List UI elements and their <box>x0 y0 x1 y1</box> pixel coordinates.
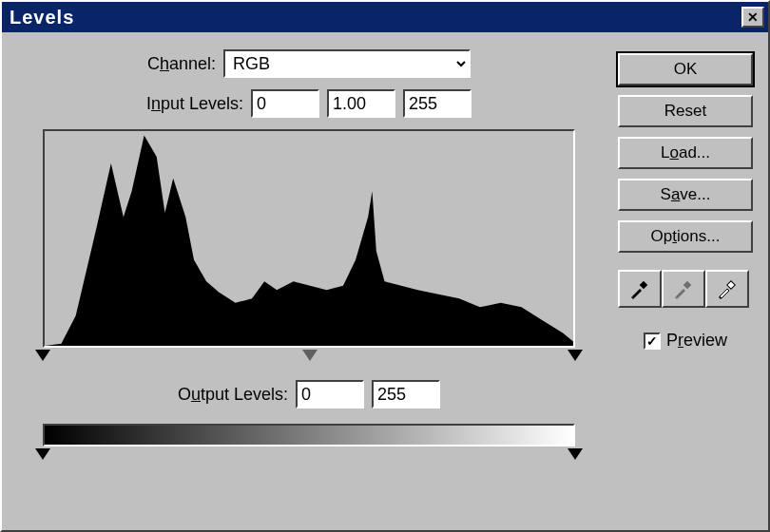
save-button[interactable]: Save... <box>618 179 753 211</box>
levels-dialog: Levels ✕ Channel: RGB Input Levels: <box>0 0 770 532</box>
close-icon: ✕ <box>747 10 759 24</box>
preview-row: ✓ Preview <box>618 331 753 351</box>
output-slider-track[interactable] <box>43 448 575 462</box>
channel-label: Channel: <box>147 54 216 74</box>
preview-checkbox[interactable]: ✓ <box>644 332 661 350</box>
histogram-svg <box>45 131 573 346</box>
input-slider-track[interactable] <box>43 350 575 363</box>
window-title: Levels <box>10 7 74 28</box>
eyedropper-icon <box>628 277 651 300</box>
left-panel: Channel: RGB Input Levels: <box>17 49 601 479</box>
output-low-slider[interactable] <box>35 448 50 460</box>
load-button[interactable]: Load... <box>618 137 753 169</box>
output-high-slider[interactable] <box>568 448 583 460</box>
close-button[interactable]: ✕ <box>741 7 764 28</box>
svg-rect-1 <box>640 281 647 289</box>
eyedropper-row <box>618 270 753 308</box>
dialog-body: Channel: RGB Input Levels: <box>2 32 768 494</box>
ok-button[interactable]: OK <box>618 53 753 86</box>
svg-rect-2 <box>683 281 691 289</box>
black-eyedropper-button[interactable] <box>618 270 662 308</box>
input-highlight-slider[interactable] <box>568 350 583 361</box>
svg-marker-0 <box>45 136 573 346</box>
channel-select[interactable]: RGB <box>223 49 471 78</box>
reset-button[interactable]: Reset <box>618 95 753 127</box>
white-eyedropper-button[interactable] <box>705 270 749 308</box>
output-gradient <box>43 424 575 446</box>
input-mid-field[interactable] <box>327 89 395 118</box>
input-shadow-slider[interactable] <box>35 350 50 361</box>
eyedropper-icon <box>716 277 739 300</box>
input-shadow-field[interactable] <box>251 89 319 118</box>
titlebar: Levels ✕ <box>2 2 768 32</box>
output-low-field[interactable] <box>296 380 364 408</box>
input-levels-label: Input Levels: <box>146 94 243 114</box>
right-panel: OK Reset Load... Save... Options... <box>618 49 753 479</box>
input-highlight-field[interactable] <box>403 89 472 118</box>
output-high-field[interactable] <box>372 380 440 408</box>
channel-row: Channel: RGB <box>17 49 601 78</box>
output-levels-label: Output Levels: <box>178 385 288 405</box>
eyedropper-icon <box>672 277 695 300</box>
gray-eyedropper-button[interactable] <box>662 270 705 308</box>
options-button[interactable]: Options... <box>618 220 753 253</box>
output-levels-row: Output Levels: <box>17 380 601 408</box>
preview-label: Preview <box>666 331 727 351</box>
input-levels-row: Input Levels: <box>17 89 601 118</box>
histogram <box>43 129 575 348</box>
input-mid-slider[interactable] <box>302 350 318 361</box>
svg-rect-3 <box>727 281 735 289</box>
